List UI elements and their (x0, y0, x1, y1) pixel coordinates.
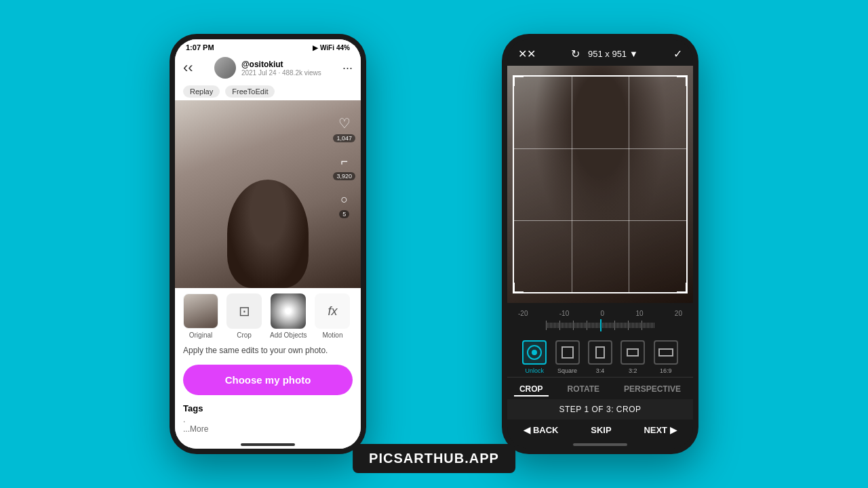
skip-button[interactable]: SKIP (591, 425, 611, 435)
aspect-square[interactable]: Square (555, 340, 580, 374)
tags-dot1: . (183, 415, 353, 424)
tags-row: Replay FreeToEdit (175, 83, 361, 100)
tool-motion[interactable]: fx Motion (315, 293, 350, 339)
close-button[interactable]: ✕ (518, 47, 536, 60)
right-phone: ✕ ↻ 951 x 951 ▼ ✓ (502, 34, 698, 454)
status-time: 1:07 PM (186, 43, 214, 52)
right-bottom-bar (507, 439, 693, 449)
ratio-34-icon (588, 340, 612, 365)
mode-crop[interactable]: CROP (514, 383, 549, 396)
choose-photo-button[interactable]: Choose my photo (183, 365, 353, 395)
more-link[interactable]: ...More (183, 424, 353, 434)
skip-label: SKIP (591, 425, 611, 435)
tool-original[interactable]: Original (183, 293, 218, 339)
bookmark-count: 3,920 (333, 172, 355, 180)
ratio-32-shape (627, 348, 639, 357)
tag-freetoedit[interactable]: FreeToEdit (225, 85, 275, 98)
comment-icon: ○ (335, 190, 354, 209)
crop-handle-bl[interactable] (513, 283, 524, 293)
signal-icon: ▶ (313, 44, 318, 52)
back-label: BACK (533, 425, 559, 435)
user-views: 2021 Jul 24 · 488.2k views (241, 69, 321, 77)
mode-perspective[interactable]: PERSPECTIVE (618, 383, 686, 396)
mode-rotate[interactable]: ROTATE (562, 383, 606, 396)
rotation-slider[interactable]: -20 -10 0 10 20 (507, 303, 693, 335)
bookmark-icon: ⌐ (335, 152, 354, 171)
crop-grid (514, 77, 686, 292)
slider-track[interactable] (513, 319, 688, 332)
crop-bottom-nav: ◀ BACK SKIP NEXT ▶ (507, 420, 693, 439)
tool-crop[interactable]: ⊡ Crop (226, 293, 262, 339)
aspect-32[interactable]: 3:2 (620, 340, 645, 374)
comment-count: 5 (339, 210, 349, 218)
video-area[interactable]: ♡ 1,047 ⌐ 3,920 ○ 5 (175, 100, 361, 288)
aspect-34[interactable]: 3:4 (588, 340, 612, 374)
crop-handle-br[interactable] (677, 283, 688, 293)
next-label: NEXT (644, 425, 667, 435)
tool-crop-icon: ⊡ (226, 293, 262, 329)
right-phone-screen: ✕ ↻ 951 x 951 ▼ ✓ (507, 39, 693, 449)
user-meta: @ositokiut 2021 Jul 24 · 488.2k views (241, 60, 321, 77)
crop-dimensions: 951 x 951 ▼ (588, 49, 638, 59)
ratio-32-icon (620, 340, 645, 365)
crop-handle-tl[interactable] (513, 75, 524, 86)
slider-midleft: -10 (559, 310, 569, 317)
aspect-169-label: 16:9 (660, 367, 672, 374)
social-actions: ♡ 1,047 ⌐ 3,920 ○ 5 (333, 114, 355, 218)
slider-max: 20 (675, 310, 682, 317)
slider-min: -20 (518, 310, 528, 317)
back-button[interactable]: ◀ BACK (524, 425, 559, 435)
crop-box[interactable] (513, 75, 688, 293)
slider-midright: 10 (635, 310, 643, 317)
home-indicator (241, 443, 295, 446)
wifi-icon: WiFi (320, 44, 334, 52)
tool-original-label: Original (189, 331, 212, 339)
avatar (214, 57, 236, 79)
aspect-square-label: Square (557, 367, 577, 374)
tags-title: Tags (183, 403, 353, 413)
tags-section: Tags . ...More (175, 401, 361, 438)
crop-grid-v2 (629, 77, 629, 292)
ratio-169-shape (658, 348, 673, 357)
aspect-unlock[interactable]: Unlock (522, 340, 547, 374)
crop-grid-h2 (514, 220, 686, 221)
tag-replay[interactable]: Replay (183, 85, 220, 98)
crop-grid-v1 (572, 77, 572, 292)
bookmark-button[interactable]: ⌐ 3,920 (333, 152, 355, 180)
more-button[interactable]: ··· (342, 61, 353, 75)
bottom-bar (175, 438, 361, 449)
crop-image-area[interactable] (507, 66, 693, 303)
slider-center: 0 (601, 310, 605, 317)
next-button[interactable]: NEXT ▶ (644, 425, 677, 435)
prev-icon: ◀ (524, 425, 530, 435)
aspect-169[interactable]: 16:9 (654, 340, 678, 374)
left-phone: 1:07 PM ▶ WiFi 44% ‹ @ositokiut 2021 Jul… (170, 34, 366, 454)
square-icon-shape (561, 346, 574, 359)
crop-grid-h1 (514, 148, 686, 149)
status-bar: 1:07 PM ▶ WiFi 44% (175, 39, 361, 53)
crop-topbar: ✕ ↻ 951 x 951 ▼ ✓ (507, 39, 693, 66)
like-count: 1,047 (333, 134, 355, 142)
avatar-image (214, 57, 236, 79)
username: @ositokiut (241, 60, 321, 69)
topbar-icons: ↻ 951 x 951 ▼ (571, 47, 638, 60)
heart-icon: ♡ (335, 114, 354, 133)
square-icon (555, 340, 580, 365)
watermark: PICSARTHUB.APP (353, 444, 515, 473)
like-button[interactable]: ♡ 1,047 (333, 114, 355, 142)
status-icons: ▶ WiFi 44% (313, 44, 350, 52)
confirm-button[interactable]: ✓ (673, 47, 682, 60)
tool-motion-icon: fx (315, 293, 350, 329)
battery-icon: 44% (336, 44, 350, 52)
crop-handle-tr[interactable] (677, 75, 688, 86)
tool-crop-label: Crop (237, 331, 252, 339)
back-button[interactable]: ‹ (183, 59, 193, 77)
refresh-icon[interactable]: ↻ (571, 47, 580, 60)
step-indicator: STEP 1 OF 3: CROP (507, 399, 693, 420)
aspect-tools: Unlock Square 3:4 3:2 (507, 335, 693, 377)
tool-add-objects[interactable]: Add Objects (270, 293, 307, 339)
edit-tools: Original ⊡ Crop Add Objects fx Motion (175, 288, 361, 344)
right-home-indicator (573, 443, 627, 446)
unlock-icon-shape (527, 345, 542, 360)
comment-button[interactable]: ○ 5 (335, 190, 354, 218)
